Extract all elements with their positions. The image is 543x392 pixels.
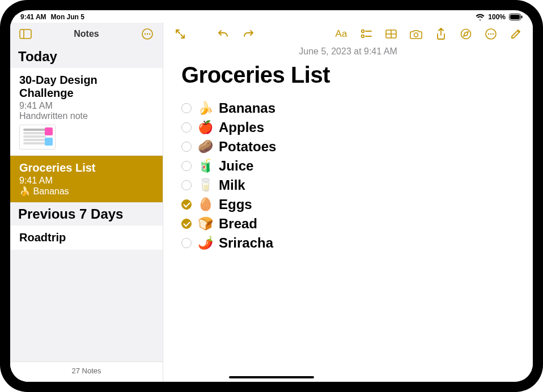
note-timestamp: June 5, 2023 at 9:41 AM: [163, 46, 533, 57]
wifi-icon: [476, 14, 485, 20]
device-frame: 9:41 AM Mon Jun 5 100% • • •: [0, 0, 543, 392]
item-emoji: 🧃: [197, 159, 213, 173]
fullscreen-icon[interactable]: [173, 27, 187, 41]
svg-point-17: [461, 29, 471, 39]
svg-point-21: [493, 33, 494, 35]
note-thumbnail: [19, 125, 56, 150]
item-emoji: 🍎: [197, 120, 213, 135]
checkbox[interactable]: [181, 199, 192, 210]
battery-icon: [509, 14, 523, 20]
note-item-title: Groceries List: [19, 161, 154, 174]
checklist-item[interactable]: 🥔Potatoes: [181, 139, 515, 155]
sidebar-toolbar: Notes: [10, 23, 163, 45]
svg-rect-3: [20, 29, 31, 39]
sidebar-footer: 27 Notes: [10, 361, 163, 382]
sidebar-more-icon[interactable]: [139, 25, 156, 42]
note-item-time: 9:41 AM: [19, 101, 154, 111]
item-emoji: 🥔: [197, 139, 213, 154]
item-emoji: 🌶️: [197, 236, 213, 250]
checklist-item[interactable]: 🧃Juice: [181, 158, 515, 174]
svg-point-9: [362, 30, 364, 33]
note-item-title: Roadtrip: [19, 231, 154, 244]
svg-point-20: [490, 33, 491, 35]
checklist-item[interactable]: 🥚Eggs: [181, 197, 515, 212]
text-format-icon[interactable]: Aa: [334, 27, 348, 41]
camera-icon[interactable]: [409, 27, 423, 41]
item-label[interactable]: Bread: [219, 216, 257, 232]
checklist-item[interactable]: 🌶️Sriracha: [181, 235, 515, 251]
note-body[interactable]: Groceries List 🍌Bananas🍎Apples🥔Potatoes🧃…: [163, 57, 533, 266]
item-label[interactable]: Bananas: [219, 100, 275, 116]
screen: 9:41 AM Mon Jun 5 100% • • •: [10, 10, 533, 382]
checkbox[interactable]: [181, 219, 192, 229]
checkbox[interactable]: [181, 103, 192, 113]
checklist-item[interactable]: 🥛Milk: [181, 177, 515, 193]
sidebar-toggle-icon[interactable]: [17, 25, 34, 42]
svg-point-11: [362, 35, 364, 38]
item-emoji: 🥛: [197, 178, 213, 193]
notes-list[interactable]: Today 30-Day Design Challenge 9:41 AM Ha…: [10, 45, 163, 361]
checkbox[interactable]: [181, 161, 192, 171]
markup-icon[interactable]: [459, 27, 473, 41]
note-title[interactable]: Groceries List: [181, 62, 515, 88]
table-icon[interactable]: [384, 27, 398, 41]
item-label[interactable]: Eggs: [219, 197, 252, 212]
checkbox[interactable]: [181, 122, 192, 133]
note-item-time: 9:41 AM: [19, 176, 154, 186]
sidebar: Notes Today 30-Day Design Challenge 9:41…: [10, 23, 163, 382]
item-label[interactable]: Potatoes: [219, 139, 276, 155]
redo-icon[interactable]: [241, 27, 255, 41]
undo-icon[interactable]: [217, 27, 230, 41]
note-item-title: 30-Day Design Challenge: [19, 74, 154, 100]
note-item-preview: 🍌 Bananas: [19, 186, 154, 197]
note-editor: Aa: [163, 23, 533, 382]
item-emoji: 🍞: [197, 216, 213, 231]
share-icon[interactable]: [434, 27, 448, 41]
item-label[interactable]: Apples: [219, 120, 264, 135]
item-label[interactable]: Juice: [219, 158, 253, 174]
note-item[interactable]: 30-Day Design Challenge 9:41 AM Handwrit…: [10, 68, 163, 156]
checklist[interactable]: 🍌Bananas🍎Apples🥔Potatoes🧃Juice🥛Milk🥚Eggs…: [181, 100, 515, 251]
editor-toolbar: Aa: [163, 23, 533, 45]
checklist-item[interactable]: 🍌Bananas: [181, 100, 515, 116]
checklist-item[interactable]: 🍞Bread: [181, 216, 515, 232]
section-today: Today: [10, 45, 163, 68]
status-bar: 9:41 AM Mon Jun 5 100%: [10, 10, 533, 23]
note-item-selected[interactable]: Groceries List 9:41 AM 🍌 Bananas: [10, 156, 163, 203]
svg-point-8: [149, 33, 150, 35]
section-prev7: Previous 7 Days: [10, 203, 163, 225]
checkbox[interactable]: [181, 142, 192, 152]
svg-rect-1: [510, 15, 520, 19]
home-indicator[interactable]: [229, 376, 314, 378]
status-date: Mon Jun 5: [51, 13, 84, 21]
item-emoji: 🥚: [197, 197, 213, 212]
svg-point-19: [488, 33, 489, 35]
compose-icon[interactable]: [509, 27, 523, 41]
checkbox[interactable]: [181, 238, 192, 248]
note-item-preview: Handwritten note: [19, 111, 154, 121]
svg-point-16: [414, 33, 418, 37]
svg-point-7: [147, 33, 148, 35]
checklist-item[interactable]: 🍎Apples: [181, 120, 515, 135]
item-label[interactable]: Milk: [219, 177, 245, 193]
more-icon[interactable]: [484, 27, 498, 41]
item-emoji: 🍌: [197, 101, 213, 116]
checkbox[interactable]: [181, 180, 192, 190]
sidebar-title: Notes: [34, 29, 139, 39]
svg-point-6: [145, 33, 146, 35]
status-time: 9:41 AM: [20, 13, 46, 21]
svg-rect-2: [521, 16, 523, 19]
note-item[interactable]: Roadtrip: [10, 225, 163, 250]
checklist-icon[interactable]: [359, 27, 373, 41]
battery-pct: 100%: [488, 13, 506, 21]
item-label[interactable]: Sriracha: [219, 235, 273, 251]
